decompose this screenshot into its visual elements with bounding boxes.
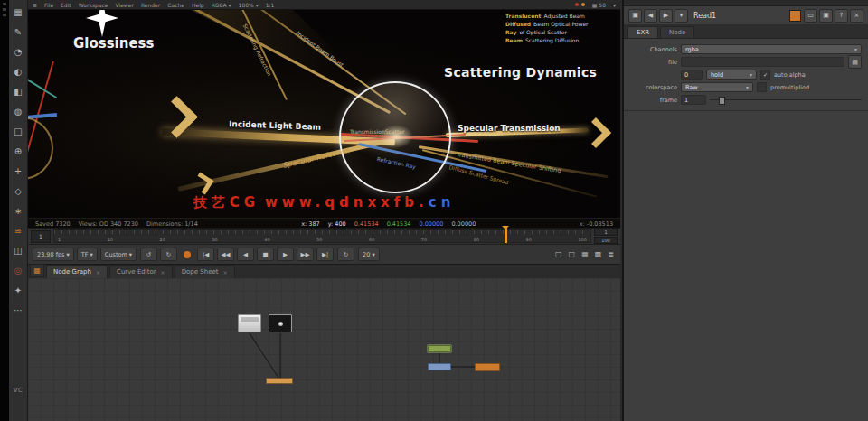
status-dot (575, 3, 579, 6)
colorspace-dropdown[interactable]: Raw ▾ (681, 82, 753, 92)
panel-window-button[interactable]: × (850, 9, 863, 23)
node-orange[interactable] (475, 363, 500, 371)
frame-input[interactable]: 1 (681, 95, 706, 105)
playback-button[interactable]: ◀ (237, 248, 254, 261)
spread-label: Diffuse Scatter Spread (448, 164, 509, 185)
arrow-chevron (580, 117, 611, 148)
panel-tab[interactable]: Curve Editor × (109, 265, 173, 278)
panel-window-button[interactable]: ▭ (804, 9, 817, 23)
toolbox-icon[interactable]: ◐ (11, 64, 26, 80)
corner-text-line: BeamScattering Diffusion (505, 36, 620, 44)
playback-button[interactable]: ▶| (316, 248, 334, 261)
node-color-swatch[interactable] (789, 10, 801, 22)
panel-window-button[interactable]: ? (835, 9, 848, 23)
loop-button[interactable]: ↻ (337, 248, 354, 261)
panel-tab[interactable]: Node Graph × (46, 265, 108, 278)
playback-button[interactable]: ■ (257, 248, 274, 261)
node-green[interactable] (428, 345, 451, 352)
playback-button[interactable]: |◀ (197, 248, 214, 261)
menu-item[interactable]: Help (192, 2, 204, 8)
toolbox-icon[interactable]: ◇ (11, 183, 26, 199)
range-out-field[interactable]: 100 (594, 237, 618, 244)
tab-close-icon[interactable]: × (96, 269, 100, 276)
properties-toolbar-button[interactable]: ▣ (628, 9, 642, 23)
transport-button[interactable]: ↻ (160, 248, 177, 261)
slider-handle[interactable] (719, 97, 725, 105)
menu-item[interactable]: Workspace (79, 2, 108, 8)
node-dot-orange[interactable] (266, 378, 293, 384)
file-path-input[interactable] (681, 57, 844, 67)
node-postage-stamp-dark[interactable] (269, 314, 292, 332)
layout-icon[interactable]: ▦ (580, 250, 590, 258)
viewer-control[interactable]: 1:1 (266, 2, 275, 8)
toolbox-icon[interactable]: ◎ (11, 263, 26, 278)
layout-icon[interactable]: □ (553, 250, 564, 258)
toolbox-icon[interactable]: ✎ (11, 24, 26, 40)
toolbox-icon[interactable]: □ (11, 124, 26, 139)
properties-toolbar-button[interactable]: ▶ (659, 9, 673, 23)
menu-item[interactable]: Viewer (116, 2, 134, 8)
layout-icon[interactable]: ▩ (593, 250, 604, 258)
frame-slider[interactable] (710, 95, 862, 105)
layout-icon[interactable]: □ (567, 250, 578, 258)
properties-toolbar-button[interactable]: ◀ (644, 9, 657, 23)
transport-dropdown[interactable]: Custom ▾ (100, 248, 137, 261)
toolbox-icon[interactable]: ◧ (11, 84, 26, 99)
premultiplied-checkbox[interactable] (757, 82, 767, 92)
toolbox-icon[interactable]: ◔ (11, 44, 26, 60)
playback-button[interactable]: ◀◀ (217, 248, 234, 261)
toolbox-icon[interactable]: ◫ (11, 243, 26, 258)
menu-item[interactable]: File (44, 2, 53, 8)
loop-count-dropdown[interactable]: 20 ▾ (358, 248, 380, 261)
timeline-track[interactable]: 1102030405060708090100 (53, 229, 591, 243)
playhead[interactable] (505, 228, 507, 243)
viewer-control[interactable]: 100% ▾ (239, 2, 259, 8)
playback-button[interactable]: ▶ (277, 248, 294, 261)
properties-tab[interactable]: EXR (627, 26, 658, 38)
range-mode-dropdown[interactable]: hold ▾ (706, 70, 757, 80)
nodegraph-canvas[interactable] (28, 278, 620, 421)
colorspace-label: colorspace (630, 84, 677, 91)
menu-item[interactable]: Cache (167, 2, 184, 8)
viewer-control[interactable]: RGBA ▾ (212, 2, 231, 8)
toolbox-icon[interactable]: + (11, 164, 26, 179)
file-browse-button[interactable]: ▤ (848, 55, 862, 69)
range-in-field[interactable]: 1 (594, 229, 618, 236)
toolbox-icon[interactable]: ✦ (11, 283, 26, 298)
node-postage-stamp-light[interactable] (238, 314, 261, 332)
panel-tab[interactable]: Dope Sheet × (175, 265, 235, 278)
pixel-a-value: 0.00000 (451, 220, 476, 228)
panel-menu-button[interactable]: ▦ (30, 264, 44, 277)
range-start-input[interactable]: 0 (681, 70, 703, 80)
panel-window-button[interactable]: ▣ (819, 9, 833, 23)
transport-button[interactable]: ↺ (140, 248, 157, 261)
playback-button[interactable]: ▶▶ (297, 248, 314, 261)
current-frame-field[interactable]: 1 (31, 230, 51, 243)
viewer-right-control[interactable]: ▾ (613, 2, 616, 8)
record-dot[interactable] (184, 251, 191, 258)
info-saved: Saved 7320 (35, 220, 71, 228)
toolbox-icon[interactable]: ◍ (11, 104, 26, 119)
viewer-right-control[interactable]: ▦ 50 (592, 2, 606, 8)
transport-dropdown[interactable]: TF ▾ (77, 248, 98, 261)
frame-tick-label: 50 (316, 237, 322, 242)
toolbox-icon[interactable]: ∗ (11, 203, 26, 219)
properties-tab[interactable]: Node (660, 26, 694, 38)
toolbox-icon[interactable]: ▦ (11, 5, 26, 20)
transport-dropdown[interactable]: 23.98 fps ▾ (33, 248, 74, 261)
tab-close-icon[interactable]: × (161, 269, 165, 276)
viewer-canvas[interactable]: Glossiness Scattering Dynamics Scatterin… (28, 10, 620, 218)
toolbar-bottom-label: VC (14, 387, 24, 394)
toolbox-icon[interactable]: ⊕ (11, 144, 26, 159)
toolbox-icon[interactable]: ≋ (11, 223, 26, 239)
auto-alpha-checkbox[interactable]: ✓ (760, 70, 770, 80)
menu-item[interactable]: Render (141, 2, 160, 8)
menu-icon[interactable]: ≣ (33, 2, 37, 8)
layout-icon[interactable]: ≣ (606, 250, 616, 258)
node-blue[interactable] (428, 363, 451, 370)
menu-item[interactable]: Edit (61, 2, 71, 8)
channels-dropdown[interactable]: rgba ▾ (681, 44, 862, 54)
properties-toolbar-button[interactable]: ▾ (675, 9, 688, 23)
toolbox-icon[interactable]: ⋯ (11, 303, 26, 318)
tab-close-icon[interactable]: × (223, 269, 228, 276)
